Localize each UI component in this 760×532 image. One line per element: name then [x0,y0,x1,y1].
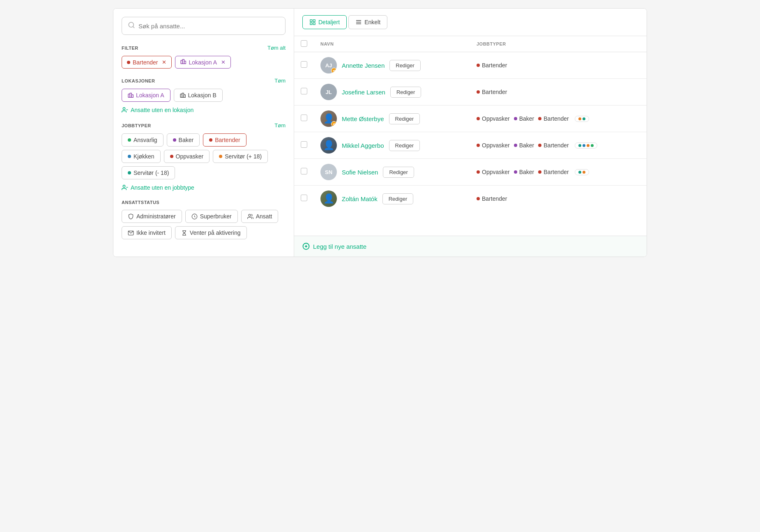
location-btn-a-label: Lokasjon A [136,92,164,99]
view-detailed-btn[interactable]: Detaljert [302,15,347,29]
more-dots [575,142,597,149]
jobbtype-btn-servitor-minus[interactable]: Servitør (- 18) [122,166,175,179]
active-filter-tags: Bartender ✕ Lokasjon A ✕ [122,56,286,69]
job-label: Baker [519,169,534,175]
avatar-initials: JL [325,89,332,95]
location-btn-a[interactable]: Lokasjon A [122,89,170,102]
edit-btn-mikkel[interactable]: Rediger [389,140,420,151]
view-toolbar: Detaljert Enkelt [294,9,647,36]
filter-section-header: FILTER Tøm alt [122,45,286,51]
table-row: SN Sofie Nielsen Rediger Oppvasker Baker… [294,159,647,186]
jobbtype-btn-ansvarlig[interactable]: Ansvarlig [122,133,164,147]
filter-tag-bartender[interactable]: Bartender ✕ [122,56,172,69]
svg-rect-18 [310,20,312,22]
row-checkbox-mikkel[interactable] [301,141,307,148]
filter-tag-location[interactable]: Lokasjon A ✕ [175,56,231,69]
select-all-checkbox[interactable] [301,40,307,47]
ansatte-uten-lokasjon-link[interactable]: Ansatte uten en lokasjon [122,107,286,113]
status-buttons: Administratører Superbruker [122,210,286,239]
table-row: 👤 Mette Østerbye Rediger Oppvasker Baker… [294,105,647,132]
status-btn-superbruker[interactable]: Superbruker [185,210,238,223]
svg-rect-4 [184,61,186,64]
employee-table: NAVN JOBBTYPER AJ A [294,36,647,212]
jobbtype-btn-bartender[interactable]: Bartender [203,133,246,147]
employee-name-annette[interactable]: Annette Jensen [342,62,385,69]
employee-avatar-annette: AJ [320,57,337,73]
row-checkbox-josefine[interactable] [301,88,307,94]
employee-name-josefine[interactable]: Josefine Larsen [342,89,385,96]
job-item: Oppvasker [477,169,510,175]
job-dot [477,170,480,174]
baker-dot [173,138,176,142]
jobbtype-cell-inner: Oppvasker Baker Bartender [477,169,640,175]
employee-name-sofie[interactable]: Sofie Nielsen [342,169,378,176]
ansatte-uten-jobbtype-link[interactable]: Ansatte uten en jobbtype [122,184,286,191]
jobbtype-btn-kjokken[interactable]: Kjøkken [122,150,161,163]
status-btn-admin[interactable]: Administratører [122,210,182,223]
jobbtype-servitor-minus-label: Servitør (- 18) [134,170,169,176]
filter-tag-location-remove[interactable]: ✕ [221,59,226,65]
edit-btn-sofie[interactable]: Rediger [383,167,414,178]
location-btn-b[interactable]: Lokasjon B [174,89,223,102]
ansvarlig-dot [128,138,131,142]
lokasjoner-title: LOKASJONER [122,78,155,83]
jobbtype-btn-baker[interactable]: Baker [167,133,200,147]
job-label: Baker [519,142,534,149]
more-dots [575,116,589,122]
job-item: Baker [514,115,534,122]
employee-cell-inner: 👤 Mette Østerbye Rediger [320,110,463,127]
row-checkbox-zoltan[interactable] [301,195,307,201]
search-box[interactable] [122,17,286,35]
filter-section: FILTER Tøm alt Bartender ✕ Lokasjon A [122,45,286,69]
job-dot [477,144,480,147]
employee-cell-josefine: JL Josefine Larsen Rediger [314,79,470,105]
edit-btn-annette[interactable]: Rediger [389,60,421,71]
filter-tag-bartender-label: Bartender [133,59,158,66]
employee-name-mikkel[interactable]: Mikkel Aggerbo [342,142,384,149]
kjokken-dot [128,155,131,158]
bartender-jobbtype-dot [209,138,212,142]
row-checkbox-sofie[interactable] [301,168,307,174]
svg-rect-7 [131,95,133,97]
svg-rect-19 [313,20,315,22]
employee-name-mette[interactable]: Mette Østerbye [342,115,384,122]
job-label: Bartender [544,169,569,175]
employee-cell-mette: 👤 Mette Østerbye Rediger [314,105,470,132]
edit-btn-zoltan[interactable]: Rediger [382,193,414,204]
job-dot [538,144,541,147]
job-item: Bartender [477,195,507,202]
status-btn-ikke-invitert[interactable]: Ikke invitert [122,226,172,239]
view-simple-btn[interactable]: Enkelt [348,15,387,29]
edit-btn-mette[interactable]: Rediger [389,113,420,124]
lokasjoner-clear[interactable]: Tøm [274,78,286,84]
jobbtype-btn-servitor-plus[interactable]: Servitør (+ 18) [213,150,268,163]
location-btn-b-label: Lokasjon B [188,92,216,99]
job-item: Baker [514,169,534,175]
bartender-dot [127,61,130,64]
filter-clear-all[interactable]: Tøm alt [267,45,286,51]
row-checkbox-mette[interactable] [301,115,307,121]
job-label: Bartender [544,115,569,122]
svg-point-13 [123,185,125,187]
avatar-verified-badge [331,121,337,127]
jobbtype-baker-label: Baker [179,137,194,143]
view-detailed-label: Detaljert [318,19,340,25]
jobbtyper-cell-mikkel: Oppvasker Baker Bartender [470,132,647,159]
job-label: Oppvasker [482,142,510,149]
job-dot [514,144,517,147]
edit-btn-josefine[interactable]: Rediger [390,87,421,98]
search-input[interactable] [138,23,279,30]
jobbtyper-clear[interactable]: Tøm [274,122,286,128]
ansattstatus-section: ANSATTSTATUS Administratører Superbruker [122,200,286,239]
status-btn-venter[interactable]: Venter på aktivering [175,226,247,239]
status-btn-ansatt[interactable]: Ansatt [241,210,279,223]
more-dots [575,169,589,175]
more-dot [583,144,585,147]
table-header-checkbox [294,36,314,52]
table-header-navn: NAVN [314,36,470,52]
employee-name-zoltan[interactable]: Zoltán Matók [342,195,378,202]
add-employee-row[interactable]: Legg til nye ansatte [294,236,647,257]
jobbtype-btn-oppvasker[interactable]: Oppvasker [164,150,210,163]
row-checkbox-annette[interactable] [301,61,307,68]
filter-tag-bartender-remove[interactable]: ✕ [162,59,166,65]
